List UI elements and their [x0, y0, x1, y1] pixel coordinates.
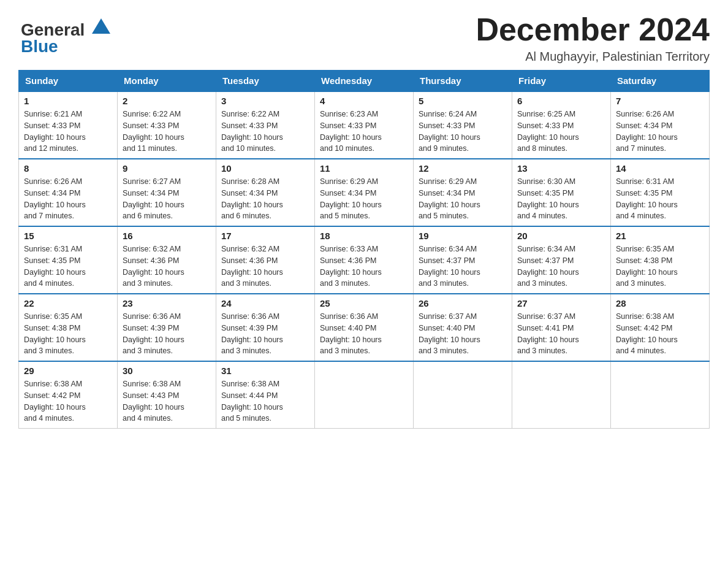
day-info: Sunrise: 6:24 AMSunset: 4:33 PMDaylight:…: [419, 109, 507, 155]
table-row: 25 Sunrise: 6:36 AMSunset: 4:40 PMDaylig…: [315, 294, 414, 361]
table-row: 15 Sunrise: 6:31 AMSunset: 4:35 PMDaylig…: [19, 226, 118, 294]
day-info: Sunrise: 6:26 AMSunset: 4:34 PMDaylight:…: [24, 176, 112, 222]
table-row: [611, 361, 710, 429]
day-info: Sunrise: 6:34 AMSunset: 4:37 PMDaylight:…: [517, 243, 605, 289]
table-row: 7 Sunrise: 6:26 AMSunset: 4:34 PMDayligh…: [611, 91, 710, 159]
day-info: Sunrise: 6:29 AMSunset: 4:34 PMDaylight:…: [419, 176, 507, 222]
table-row: 9 Sunrise: 6:27 AMSunset: 4:34 PMDayligh…: [118, 159, 216, 226]
day-info: Sunrise: 6:22 AMSunset: 4:33 PMDaylight:…: [221, 109, 309, 155]
calendar-header-row: Sunday Monday Tuesday Wednesday Thursday…: [19, 71, 710, 92]
logo-svg: General Blue: [18, 12, 110, 55]
day-info: Sunrise: 6:38 AMSunset: 4:44 PMDaylight:…: [221, 378, 309, 424]
table-row: [315, 361, 414, 429]
table-row: 28 Sunrise: 6:38 AMSunset: 4:42 PMDaylig…: [611, 294, 710, 361]
day-number: 19: [419, 231, 507, 241]
day-info: Sunrise: 6:22 AMSunset: 4:33 PMDaylight:…: [123, 109, 211, 155]
day-info: Sunrise: 6:26 AMSunset: 4:34 PMDaylight:…: [616, 109, 704, 155]
day-info: Sunrise: 6:25 AMSunset: 4:33 PMDaylight:…: [517, 109, 605, 155]
day-info: Sunrise: 6:35 AMSunset: 4:38 PMDaylight:…: [616, 243, 704, 289]
day-number: 3: [221, 96, 309, 106]
table-row: [414, 361, 512, 429]
day-number: 21: [616, 231, 704, 241]
table-row: 26 Sunrise: 6:37 AMSunset: 4:40 PMDaylig…: [414, 294, 512, 361]
table-row: 13 Sunrise: 6:30 AMSunset: 4:35 PMDaylig…: [512, 159, 611, 226]
day-info: Sunrise: 6:30 AMSunset: 4:35 PMDaylight:…: [517, 176, 605, 222]
svg-text:Blue: Blue: [21, 37, 58, 55]
table-row: 4 Sunrise: 6:23 AMSunset: 4:33 PMDayligh…: [315, 91, 414, 159]
page-header: General Blue December 2024 Al Mughayyir,…: [18, 12, 710, 64]
day-info: Sunrise: 6:36 AMSunset: 4:39 PMDaylight:…: [221, 311, 309, 357]
table-row: 2 Sunrise: 6:22 AMSunset: 4:33 PMDayligh…: [118, 91, 216, 159]
day-info: Sunrise: 6:35 AMSunset: 4:38 PMDaylight:…: [24, 311, 112, 357]
day-info: Sunrise: 6:37 AMSunset: 4:41 PMDaylight:…: [517, 311, 605, 357]
col-friday: Friday: [512, 71, 611, 92]
day-number: 23: [123, 298, 211, 308]
table-row: 23 Sunrise: 6:36 AMSunset: 4:39 PMDaylig…: [118, 294, 216, 361]
day-number: 8: [24, 163, 112, 174]
table-row: 14 Sunrise: 6:31 AMSunset: 4:35 PMDaylig…: [611, 159, 710, 226]
table-row: 6 Sunrise: 6:25 AMSunset: 4:33 PMDayligh…: [512, 91, 611, 159]
table-row: [512, 361, 611, 429]
day-number: 7: [616, 96, 704, 106]
table-row: 20 Sunrise: 6:34 AMSunset: 4:37 PMDaylig…: [512, 226, 611, 294]
day-number: 12: [419, 163, 507, 174]
table-row: 22 Sunrise: 6:35 AMSunset: 4:38 PMDaylig…: [19, 294, 118, 361]
day-number: 4: [320, 96, 408, 106]
day-number: 25: [320, 298, 408, 308]
calendar-week-row: 1 Sunrise: 6:21 AMSunset: 4:33 PMDayligh…: [19, 91, 710, 159]
day-number: 29: [24, 366, 112, 376]
table-row: 8 Sunrise: 6:26 AMSunset: 4:34 PMDayligh…: [19, 159, 118, 226]
day-number: 14: [616, 163, 704, 174]
day-number: 20: [517, 231, 605, 241]
table-row: 11 Sunrise: 6:29 AMSunset: 4:34 PMDaylig…: [315, 159, 414, 226]
month-title: December 2024: [476, 12, 710, 47]
day-number: 18: [320, 231, 408, 241]
calendar-week-row: 29 Sunrise: 6:38 AMSunset: 4:42 PMDaylig…: [19, 361, 710, 429]
col-thursday: Thursday: [414, 71, 512, 92]
day-number: 5: [419, 96, 507, 106]
day-number: 1: [24, 96, 112, 106]
day-number: 15: [24, 231, 112, 241]
day-info: Sunrise: 6:23 AMSunset: 4:33 PMDaylight:…: [320, 109, 408, 155]
day-info: Sunrise: 6:33 AMSunset: 4:36 PMDaylight:…: [320, 243, 408, 289]
day-number: 28: [616, 298, 704, 308]
day-number: 17: [221, 231, 309, 241]
day-info: Sunrise: 6:38 AMSunset: 4:42 PMDaylight:…: [616, 311, 704, 357]
day-number: 24: [221, 298, 309, 308]
day-info: Sunrise: 6:36 AMSunset: 4:39 PMDaylight:…: [123, 311, 211, 357]
table-row: 31 Sunrise: 6:38 AMSunset: 4:44 PMDaylig…: [216, 361, 315, 429]
calendar-table: Sunday Monday Tuesday Wednesday Thursday…: [18, 70, 710, 429]
table-row: 3 Sunrise: 6:22 AMSunset: 4:33 PMDayligh…: [216, 91, 315, 159]
calendar-week-row: 22 Sunrise: 6:35 AMSunset: 4:38 PMDaylig…: [19, 294, 710, 361]
day-number: 11: [320, 163, 408, 174]
location: Al Mughayyir, Palestinian Territory: [476, 50, 710, 64]
day-info: Sunrise: 6:32 AMSunset: 4:36 PMDaylight:…: [123, 243, 211, 289]
table-row: 19 Sunrise: 6:34 AMSunset: 4:37 PMDaylig…: [414, 226, 512, 294]
table-row: 1 Sunrise: 6:21 AMSunset: 4:33 PMDayligh…: [19, 91, 118, 159]
day-info: Sunrise: 6:37 AMSunset: 4:40 PMDaylight:…: [419, 311, 507, 357]
day-number: 16: [123, 231, 211, 241]
table-row: 21 Sunrise: 6:35 AMSunset: 4:38 PMDaylig…: [611, 226, 710, 294]
table-row: 30 Sunrise: 6:38 AMSunset: 4:43 PMDaylig…: [118, 361, 216, 429]
day-number: 27: [517, 298, 605, 308]
logo: General Blue: [18, 12, 110, 55]
col-tuesday: Tuesday: [216, 71, 315, 92]
day-info: Sunrise: 6:31 AMSunset: 4:35 PMDaylight:…: [616, 176, 704, 222]
day-number: 26: [419, 298, 507, 308]
day-info: Sunrise: 6:38 AMSunset: 4:43 PMDaylight:…: [123, 378, 211, 424]
table-row: 5 Sunrise: 6:24 AMSunset: 4:33 PMDayligh…: [414, 91, 512, 159]
day-number: 31: [221, 366, 309, 376]
table-row: 12 Sunrise: 6:29 AMSunset: 4:34 PMDaylig…: [414, 159, 512, 226]
day-number: 10: [221, 163, 309, 174]
table-row: 18 Sunrise: 6:33 AMSunset: 4:36 PMDaylig…: [315, 226, 414, 294]
day-number: 2: [123, 96, 211, 106]
svg-marker-1: [92, 18, 110, 34]
col-monday: Monday: [118, 71, 216, 92]
table-row: 16 Sunrise: 6:32 AMSunset: 4:36 PMDaylig…: [118, 226, 216, 294]
day-info: Sunrise: 6:34 AMSunset: 4:37 PMDaylight:…: [419, 243, 507, 289]
day-number: 9: [123, 163, 211, 174]
day-info: Sunrise: 6:27 AMSunset: 4:34 PMDaylight:…: [123, 176, 211, 222]
table-row: 24 Sunrise: 6:36 AMSunset: 4:39 PMDaylig…: [216, 294, 315, 361]
table-row: 10 Sunrise: 6:28 AMSunset: 4:34 PMDaylig…: [216, 159, 315, 226]
day-info: Sunrise: 6:32 AMSunset: 4:36 PMDaylight:…: [221, 243, 309, 289]
